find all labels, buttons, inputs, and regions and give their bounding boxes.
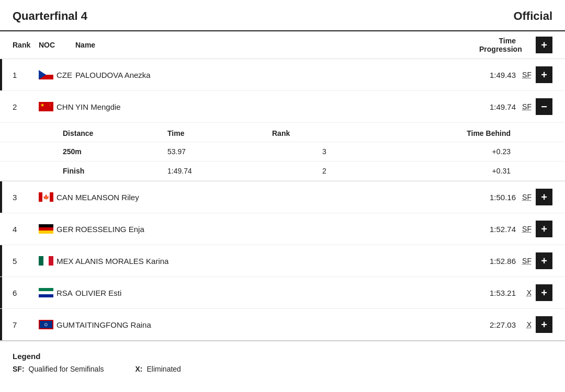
rank-value: 5 bbox=[13, 257, 39, 266]
detail-header: Distance Time Rank Time Behind bbox=[0, 123, 565, 142]
col-time-progression-header: Time Progression bbox=[479, 37, 521, 53]
detail-row: Finish 1:49.74 2 +0.31 bbox=[0, 162, 565, 181]
legend-value-sf: Qualified for Semifinals bbox=[29, 365, 104, 373]
noc-code: MEX bbox=[56, 257, 74, 266]
finish-time: 2:27.03 bbox=[479, 320, 521, 329]
noc-code: CZE bbox=[56, 71, 72, 79]
expand-row-button[interactable]: + bbox=[536, 66, 552, 83]
progression-badge: X bbox=[527, 289, 532, 297]
athlete-name: ALANIS MORALES Karina bbox=[75, 257, 295, 266]
legend-item-sf: SF: Qualified for Semifinals bbox=[13, 365, 104, 373]
detail-section: Distance Time Rank Time Behind 250m 53.9… bbox=[0, 123, 565, 181]
athlete-name: MELANSON Riley bbox=[75, 193, 295, 202]
noc-code: RSA bbox=[56, 289, 73, 297]
detail-rank-value: 2 bbox=[272, 167, 377, 175]
noc-cell: MEX bbox=[39, 256, 75, 266]
detail-time-value: 1:49.74 bbox=[167, 167, 272, 175]
expand-row-button[interactable]: + bbox=[536, 221, 552, 237]
progression-badge: SF bbox=[522, 225, 532, 233]
detail-distance-value: Finish bbox=[63, 167, 167, 175]
athlete-row: 5 MEX ALANIS MORALES Karina 1:52.86 SF + bbox=[0, 245, 565, 277]
legend-key-x: X: bbox=[135, 365, 143, 373]
col-noc-header: NOC bbox=[39, 41, 75, 49]
detail-distance-value: 250m bbox=[63, 147, 167, 156]
expand-row-button[interactable]: + bbox=[536, 189, 552, 205]
event-title: Quarterfinal 4 bbox=[13, 9, 87, 23]
expand-all-button[interactable]: + bbox=[536, 37, 552, 53]
noc-code: CHN bbox=[56, 102, 74, 111]
legend-items: SF: Qualified for Semifinals X: Eliminat… bbox=[13, 365, 552, 373]
athlete-name: ROESSELING Enja bbox=[75, 225, 295, 234]
athlete-row: 1 CZE PALOUDOVA Anezka 1:49.43 SF + bbox=[0, 59, 565, 91]
detail-col-rank: Rank bbox=[272, 129, 377, 137]
rank-value: 1 bbox=[13, 71, 39, 79]
athlete-row: 6 RSA OLIVIER Esti 1:53.21 X + bbox=[0, 277, 565, 309]
flag-gum-icon bbox=[39, 320, 53, 329]
noc-cell: GER bbox=[39, 224, 75, 234]
athlete-name: TAITINGFONG Raina bbox=[75, 320, 295, 329]
detail-rank-value: 3 bbox=[272, 147, 377, 156]
flag-rsa-icon bbox=[39, 288, 53, 297]
athlete-name: YIN Mengdie bbox=[75, 102, 295, 111]
finish-time: 1:49.74 bbox=[479, 102, 521, 111]
progression-badge: SF bbox=[522, 193, 532, 201]
progression-badge: SF bbox=[522, 257, 532, 265]
detail-col-time: Time bbox=[167, 129, 272, 137]
athlete-row: 7 GUM TAITINGFONG Raina 2:27.03 X + bbox=[0, 309, 565, 341]
detail-timebehind-value: +0.31 bbox=[377, 167, 552, 175]
progression-badge: X bbox=[527, 320, 532, 329]
event-status: Official bbox=[513, 9, 552, 23]
expand-row-button[interactable]: + bbox=[536, 284, 552, 301]
noc-cell: CHN bbox=[39, 102, 75, 111]
col-rank-header: Rank bbox=[13, 41, 39, 49]
noc-cell: CZE bbox=[39, 70, 75, 79]
legend-key-sf: SF: bbox=[13, 365, 25, 373]
finish-time: 1:50.16 bbox=[479, 193, 521, 202]
finish-time: 1:49.43 bbox=[479, 71, 521, 79]
rank-value: 4 bbox=[13, 225, 39, 234]
legend-section: Legend SF: Qualified for Semifinals X: E… bbox=[0, 341, 565, 384]
main-container: Quarterfinal 4 Official Rank NOC Name Ti… bbox=[0, 0, 565, 384]
athlete-row: 2 CHN YIN Mengdie 1:49.74 SF − bbox=[0, 91, 565, 123]
finish-time: 1:52.74 bbox=[479, 225, 521, 234]
rank-value: 7 bbox=[13, 320, 39, 329]
rank-value: 2 bbox=[13, 102, 39, 111]
noc-cell: RSA bbox=[39, 288, 75, 297]
finish-time: 1:52.86 bbox=[479, 257, 521, 266]
legend-value-x: Eliminated bbox=[147, 365, 181, 373]
rank-value: 3 bbox=[13, 193, 39, 202]
flag-ger-icon bbox=[39, 224, 53, 234]
table-header: Rank NOC Name Time Progression + bbox=[0, 31, 565, 59]
detail-timebehind-value: +0.23 bbox=[377, 147, 552, 156]
legend-title: Legend bbox=[13, 352, 552, 361]
athlete-row: 4 GER ROESSELING Enja 1:52.74 SF + bbox=[0, 213, 565, 245]
noc-code: GER bbox=[56, 225, 74, 234]
expand-row-button[interactable]: + bbox=[536, 316, 552, 333]
progression-badge: SF bbox=[522, 102, 532, 111]
detail-time-value: 53.97 bbox=[167, 147, 272, 156]
noc-cell: CAN bbox=[39, 192, 75, 202]
col-name-header: Name bbox=[75, 41, 295, 49]
flag-can-icon bbox=[39, 192, 53, 202]
detail-col-distance: Distance bbox=[63, 129, 167, 137]
col-plus-header: + bbox=[521, 37, 552, 53]
flag-mex-icon bbox=[39, 256, 53, 266]
finish-time: 1:53.21 bbox=[479, 289, 521, 297]
expand-row-button[interactable]: + bbox=[536, 252, 552, 269]
progression-badge: SF bbox=[522, 71, 532, 79]
noc-cell: GUM bbox=[39, 320, 75, 329]
detail-row: 250m 53.97 3 +0.23 bbox=[0, 142, 565, 162]
collapse-row-button[interactable]: − bbox=[536, 98, 552, 115]
noc-code: CAN bbox=[56, 193, 73, 202]
flag-cze-icon bbox=[39, 70, 53, 79]
page-header: Quarterfinal 4 Official bbox=[0, 0, 565, 31]
flag-chn-icon bbox=[39, 102, 53, 111]
athlete-name: PALOUDOVA Anezka bbox=[75, 71, 295, 79]
athlete-row: 3 CAN MELANSON Riley 1:50.16 SF + bbox=[0, 181, 565, 213]
rank-value: 6 bbox=[13, 289, 39, 297]
noc-code: GUM bbox=[56, 320, 75, 329]
legend-item-x: X: Eliminated bbox=[135, 365, 181, 373]
detail-col-timebehind: Time Behind bbox=[377, 129, 552, 137]
athlete-name: OLIVIER Esti bbox=[75, 289, 295, 297]
